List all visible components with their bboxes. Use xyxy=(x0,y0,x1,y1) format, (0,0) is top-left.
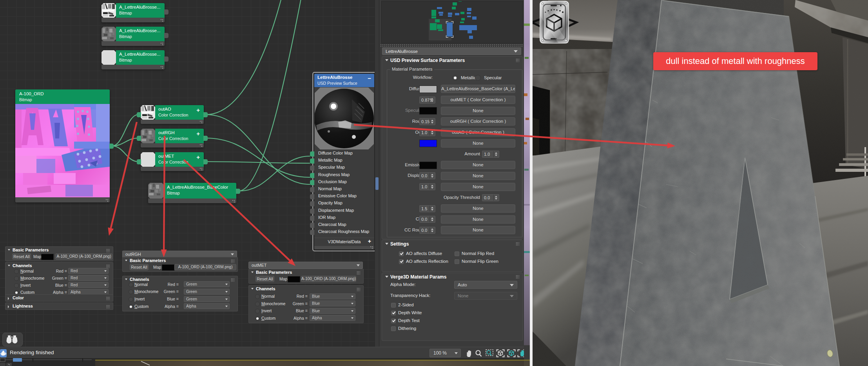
param-spinner-occlusion[interactable]: 1.0 xyxy=(419,129,435,136)
drag-grip-icon[interactable] xyxy=(106,305,110,308)
rollout-usd-preview-header[interactable]: USD Preview Surface Parameters xyxy=(382,56,522,64)
minimize-icon[interactable]: − xyxy=(368,76,371,80)
slot-socket-9[interactable] xyxy=(310,216,314,221)
pan-hand-icon[interactable] xyxy=(464,349,473,358)
param-mapbtn-occlusion[interactable]: outAO ( Color Correction ) xyxy=(441,128,515,137)
slot-socket-0[interactable] xyxy=(310,151,314,157)
radio-normal[interactable] xyxy=(129,282,133,287)
rollout-verge3d-header[interactable]: Verge3D Material Params xyxy=(382,273,522,281)
param-spinner-ior[interactable]: 1.5 xyxy=(419,205,435,212)
spinner-up-icon[interactable] xyxy=(495,196,497,197)
zoom-extents-selected-icon[interactable] xyxy=(507,349,516,358)
spinner-up-icon[interactable] xyxy=(431,98,433,100)
radio-monochrome[interactable] xyxy=(14,276,19,281)
resize-grip-icon[interactable] xyxy=(232,200,235,202)
reset-all-button[interactable]: Reset All xyxy=(256,276,274,282)
time-slider-handle[interactable] xyxy=(13,358,22,362)
spinner-up-icon[interactable] xyxy=(431,131,433,132)
zoom-extents-icon[interactable] xyxy=(496,349,505,358)
checkbox-2-sided[interactable] xyxy=(391,303,396,308)
cc-node-outMET-output-socket[interactable] xyxy=(203,159,208,164)
slot-socket-10[interactable] xyxy=(310,223,314,228)
channel-dropdown[interactable]: Alpha xyxy=(310,315,355,321)
resize-grip-icon[interactable] xyxy=(199,168,203,170)
channel-dropdown[interactable]: Alpha xyxy=(184,303,230,309)
zoom-level-dropdown[interactable]: 100 % xyxy=(429,349,461,357)
channel-dropdown[interactable]: Blue xyxy=(310,293,355,299)
spinner-arrows[interactable] xyxy=(429,173,435,179)
node-editor-vertical-scrollbar[interactable] xyxy=(375,0,379,347)
channel-dropdown[interactable]: Red xyxy=(68,282,109,288)
checkbox-normal-flip-green[interactable] xyxy=(455,259,459,264)
param-mapbtn-metallic[interactable]: outMET ( Color Correction ) xyxy=(441,96,515,104)
radio-invert[interactable] xyxy=(129,297,133,302)
radio-invert[interactable] xyxy=(255,309,260,313)
spinner-arrows[interactable] xyxy=(429,216,435,222)
bitmap-node-0-output-socket[interactable] xyxy=(164,9,169,15)
cc-node-outAO-input-socket[interactable] xyxy=(137,112,141,117)
radio-custom[interactable] xyxy=(129,304,133,309)
spinner-arrows[interactable] xyxy=(429,227,435,233)
resize-grip-icon[interactable] xyxy=(160,66,163,69)
slot-socket-2[interactable] xyxy=(310,166,314,171)
material-selector-dropdown[interactable]: LettreAluBrosse xyxy=(382,47,521,55)
drag-grip-icon[interactable] xyxy=(231,259,234,263)
channel-dropdown[interactable]: Red xyxy=(68,268,109,274)
spinner-up-icon[interactable] xyxy=(495,152,497,154)
param-spinner-amount[interactable]: 1.0 xyxy=(482,151,499,158)
reset-all-button[interactable]: Reset All xyxy=(12,253,31,260)
spinner-up-icon[interactable] xyxy=(431,207,433,208)
transparency-hack-select[interactable]: None xyxy=(454,292,517,300)
param-mapbtn-ior[interactable]: None xyxy=(441,204,515,213)
checkbox-dithering[interactable] xyxy=(391,326,396,331)
spinner-down-icon[interactable] xyxy=(431,176,433,178)
param-spinner-displacement[interactable]: 0.0 xyxy=(419,172,435,179)
timeline-button[interactable] xyxy=(0,363,5,366)
slot-socket-3[interactable] xyxy=(310,173,314,178)
param-mapbtn-roughness[interactable]: outRGH ( Color Correction ) xyxy=(441,117,515,126)
param-mapbtn-normal[interactable]: None xyxy=(441,139,515,147)
spinner-arrows[interactable] xyxy=(429,129,435,136)
spinner-down-icon[interactable] xyxy=(431,187,433,189)
spinner-arrows[interactable] xyxy=(429,184,435,190)
drag-grip-icon[interactable] xyxy=(106,297,110,300)
slot-socket-4[interactable] xyxy=(310,180,314,185)
spinner-up-icon[interactable] xyxy=(431,217,433,219)
drag-grip-icon[interactable] xyxy=(516,275,519,279)
map-swatch[interactable] xyxy=(162,264,174,271)
param-mapbtn-opacity[interactable]: None xyxy=(441,183,515,191)
spinner-up-icon[interactable] xyxy=(431,120,433,121)
param-swatch-diffuse-color[interactable] xyxy=(419,86,437,93)
spinner-down-icon[interactable] xyxy=(495,155,497,156)
spinner-arrows[interactable] xyxy=(493,151,499,157)
cc-node-outMET-input-socket[interactable] xyxy=(137,159,141,164)
panel-splitter[interactable] xyxy=(380,44,524,47)
param-spinner-cc-roughness[interactable]: 0.0 xyxy=(419,227,435,234)
bitmap-node-1[interactable]: A_LettreAluBrosse...Bitmap xyxy=(101,27,165,46)
expand-plus-icon[interactable]: + xyxy=(368,239,371,243)
cc-node-outMET[interactable]: outMETColor Correction+ xyxy=(141,152,204,171)
resize-grip-icon[interactable] xyxy=(199,120,203,123)
param-mapbtn-specular-color[interactable]: None xyxy=(441,107,515,115)
rollout-settings-header[interactable]: Settings xyxy=(382,240,522,248)
resize-grip-icon[interactable] xyxy=(160,19,163,22)
param-mapbtn-diffuse-color[interactable]: A_LettreAluBrosse_BaseColor (A_Lettre xyxy=(441,85,515,93)
spinner-arrows[interactable] xyxy=(429,97,435,103)
map-swatch[interactable] xyxy=(288,276,300,282)
expand-plus-icon[interactable]: + xyxy=(196,132,200,136)
checkbox-depth-write[interactable] xyxy=(391,311,396,315)
alpha-mode-select[interactable]: Auto xyxy=(454,281,517,289)
drag-grip-icon[interactable] xyxy=(357,288,360,291)
param-mapbtn-displacement[interactable]: None xyxy=(441,172,515,180)
resize-grip-icon[interactable] xyxy=(199,144,203,147)
param-spinner-opacity-threshold[interactable]: 0.0 xyxy=(482,194,499,201)
cc-node-outRGH-output-socket[interactable] xyxy=(203,136,208,141)
expand-plus-icon[interactable]: + xyxy=(196,155,200,159)
param-mapbtn-clearcoat[interactable]: None xyxy=(441,215,515,224)
radio-monochrome[interactable] xyxy=(255,302,260,306)
cc-node-outRGH[interactable]: outRGHColor Correction+ xyxy=(141,129,204,147)
resize-grip-icon[interactable] xyxy=(370,246,373,249)
radio-normal[interactable] xyxy=(14,269,19,274)
bitmap-node-0[interactable]: A_LettreAluBrosse...Bitmap xyxy=(101,3,165,22)
channel-dropdown[interactable]: Blue xyxy=(310,300,355,306)
